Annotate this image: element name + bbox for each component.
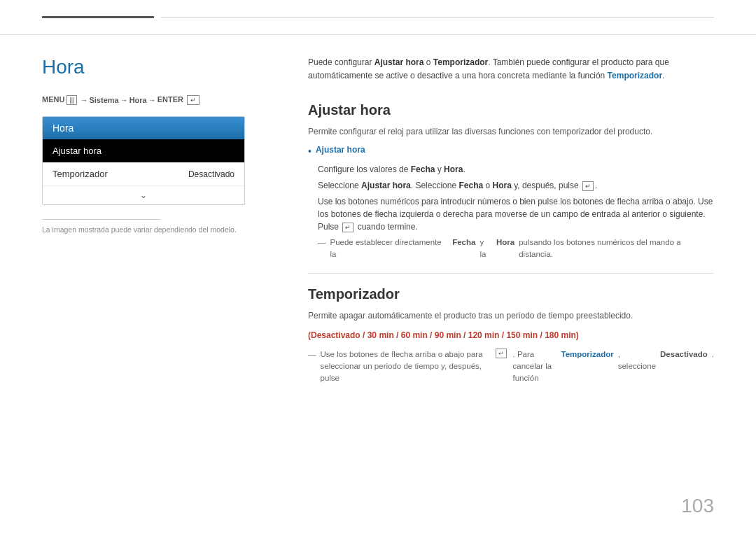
menu-item-label: Ajustar hora — [52, 146, 102, 156]
bullet-dot: • — [308, 145, 312, 159]
note-line-fecha-hora: Puede establecer directamente la Fecha y… — [318, 237, 714, 261]
menu-panel-chevron[interactable]: ⌄ — [43, 185, 244, 204]
menu-panel-header: Hora — [43, 117, 244, 139]
bullet-label: Ajustar hora — [316, 145, 365, 155]
menu-item-value: Desactivado — [188, 169, 234, 179]
page-title: Hora — [42, 56, 280, 78]
bullet-ajustar-hora: • Ajustar hora — [308, 145, 714, 159]
arrow-3: → — [148, 96, 156, 104]
sub-bullet-1: Configure los valores de Fecha y Hora. — [318, 163, 714, 176]
ajustar-hora-title: Ajustar hora — [308, 102, 714, 118]
temporizador-title: Temporizador — [308, 286, 714, 302]
intro-text: Puede configurar Ajustar hora o Temporiz… — [308, 56, 714, 83]
top-bar — [0, 0, 756, 35]
enter-label: ENTER ↵ — [158, 95, 200, 105]
divider-short — [42, 219, 161, 220]
temporizador-desc: Permite apagar automáticamente el produc… — [308, 309, 714, 322]
top-bar-light-line — [161, 17, 714, 17]
content-wrapper: Hora MENU ||| → Sistema → Hora → ENTER ↵… — [0, 35, 756, 534]
image-note: La imagen mostrada puede variar dependie… — [42, 225, 280, 234]
menu-item-ajustar-hora[interactable]: Ajustar hora — [43, 139, 244, 162]
timer-options: (Desactivado / 30 min / 60 min / 90 min … — [308, 329, 714, 342]
page-number: 103 — [681, 495, 714, 517]
hora-label: Hora — [130, 96, 147, 104]
sub-bullet-3: Use los botones numéricos para introduci… — [318, 195, 714, 233]
menu-item-label: Temporizador — [52, 169, 108, 179]
menu-panel: Hora Ajustar hora Temporizador Desactiva… — [42, 116, 245, 205]
arrow-1: → — [80, 96, 88, 104]
right-column: Puede configurar Ajustar hora o Temporiz… — [308, 56, 714, 513]
menu-label: MENU ||| — [42, 95, 78, 105]
section-separator — [308, 273, 714, 274]
sistema-label: Sistema — [89, 96, 118, 104]
left-column: Hora MENU ||| → Sistema → Hora → ENTER ↵… — [42, 56, 280, 513]
sub-bullet-2: Seleccione Ajustar hora. Seleccione Fech… — [318, 179, 714, 192]
menu-item-temporizador[interactable]: Temporizador Desactivado — [43, 162, 244, 185]
top-bar-dark-line — [42, 16, 154, 18]
arrow-2: → — [120, 96, 128, 104]
timer-note: Use los botones de flecha arriba o abajo… — [308, 349, 714, 385]
menu-path: MENU ||| → Sistema → Hora → ENTER ↵ — [42, 95, 280, 105]
ajustar-hora-desc: Permite configurar el reloj para utiliza… — [308, 125, 714, 138]
